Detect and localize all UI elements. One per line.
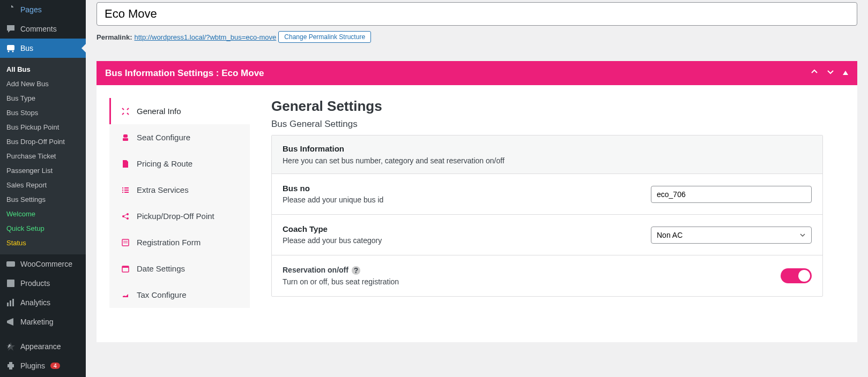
products-icon [5, 278, 16, 289]
tab-pricing[interactable]: Pricing & Route [109, 150, 250, 177]
label: Analytics [20, 298, 50, 307]
submenu-bus-stops[interactable]: Bus Stops [0, 105, 86, 120]
label: Coach Type [283, 224, 651, 233]
card-desc: Here you can set bus number, category an… [283, 156, 812, 165]
content-heading: General Settings [271, 98, 823, 115]
panel-title: Bus Information Settings : Eco Move [105, 68, 264, 79]
panel-header: Bus Information Settings : Eco Move [97, 61, 857, 85]
sidebar-item-analytics[interactable]: Analytics [0, 293, 86, 312]
tab-seat[interactable]: Seat Configure [109, 124, 250, 150]
label: Bus [20, 44, 33, 52]
svg-point-2 [12, 51, 14, 52]
field-reservation: Reservation on/off ? Turn on or off, bus… [272, 255, 822, 296]
sidebar-item-appearance[interactable]: Appearance [0, 337, 86, 356]
panel-actions [810, 67, 849, 79]
svg-rect-11 [124, 187, 129, 188]
sidebar-item-plugins[interactable]: Plugins 4 [0, 356, 86, 375]
tab-date[interactable]: Date Settings [109, 255, 250, 282]
svg-rect-6 [10, 300, 11, 306]
label: Products [20, 279, 50, 288]
panel-body: General Info Seat Configure Pricing & Ro… [97, 85, 857, 342]
form-icon [121, 238, 130, 247]
bus-info-card: Bus Information Here you can set bus num… [271, 135, 823, 297]
change-permalink-button[interactable]: Change Permalink Structure [278, 31, 371, 43]
chevron-down-icon[interactable] [826, 67, 835, 79]
submenu-all-bus[interactable]: All Bus [0, 62, 86, 77]
submenu-status[interactable]: Status [0, 236, 86, 250]
comments-icon [5, 24, 16, 34]
settings-tabs: General Info Seat Configure Pricing & Ro… [109, 98, 250, 329]
triangle-up-icon[interactable] [842, 68, 849, 79]
bus-submenu: All Bus Add New Bus Bus Type Bus Stops B… [0, 58, 86, 254]
submenu-purchase[interactable]: Purchase Ticket [0, 149, 86, 163]
content-subtitle: Bus General Settings [271, 119, 823, 130]
tab-registration[interactable]: Registration Form [109, 229, 250, 255]
bus-icon [5, 43, 16, 54]
tab-general[interactable]: General Info [109, 98, 250, 124]
calendar-icon [121, 265, 130, 273]
sidebar-item-pages[interactable]: Pages [0, 0, 86, 19]
svg-rect-14 [122, 192, 123, 193]
field-bus-no: Bus no Please add your unique bus id [272, 174, 822, 215]
permalink-url[interactable]: http://wordpress1.local/?wbtm_bus=eco-mo… [134, 33, 276, 41]
help-icon[interactable]: ? [352, 266, 360, 275]
sidebar-item-comments[interactable]: Comments [0, 19, 86, 39]
svg-rect-23 [122, 266, 129, 268]
label: Marketing [20, 318, 53, 326]
label: Appearance [20, 342, 61, 351]
svg-rect-20 [123, 241, 128, 242]
submenu-pickup[interactable]: Bus Pickup Point [0, 120, 86, 134]
sidebar-item-marketing[interactable]: Marketing [0, 312, 86, 331]
svg-rect-9 [123, 138, 128, 141]
label: WooCommerce [20, 260, 72, 268]
plugins-badge: 4 [50, 363, 60, 369]
field-label: Reservation on/off ? Turn on or off, bus… [283, 265, 781, 286]
admin-sidebar: Pages Comments Bus All Bus Add New Bus B… [0, 0, 86, 377]
appearance-icon [5, 341, 16, 352]
reservation-toggle[interactable] [781, 268, 812, 283]
field-control [651, 186, 812, 203]
submenu-settings[interactable]: Bus Settings [0, 192, 86, 207]
label: Comments [20, 25, 57, 33]
woocommerce-icon [5, 259, 16, 269]
submenu-quick[interactable]: Quick Setup [0, 221, 86, 236]
tab-label: Date Settings [137, 264, 185, 273]
submenu-passenger[interactable]: Passenger List [0, 163, 86, 178]
permalink-label: Permalink: [97, 33, 132, 41]
permalink-row: Permalink: http://wordpress1.local/?wbtm… [97, 26, 857, 48]
tools-icon [121, 107, 130, 116]
label: Pages [20, 5, 42, 14]
tab-extra[interactable]: Extra Services [109, 177, 250, 203]
card-header: Bus Information Here you can set bus num… [272, 135, 822, 174]
submenu-welcome[interactable]: Welcome [0, 207, 86, 221]
settings-panel: Bus Information Settings : Eco Move Gene… [97, 61, 857, 342]
share-icon [121, 212, 130, 221]
plugins-icon [5, 360, 16, 371]
desc: Please add your unique bus id [283, 195, 383, 204]
sidebar-item-woocommerce[interactable]: WooCommerce [0, 254, 86, 274]
tab-label: Pricing & Route [137, 159, 192, 168]
sidebar-item-products[interactable]: Products [0, 274, 86, 293]
chevron-up-icon[interactable] [810, 67, 819, 79]
submenu-dropoff[interactable]: Bus Drop-Off Point [0, 134, 86, 149]
svg-rect-5 [7, 303, 9, 306]
sidebar-item-bus[interactable]: Bus [0, 39, 86, 58]
coach-type-select[interactable]: Non AC [651, 227, 812, 244]
label: Reservation on/off ? [283, 265, 781, 275]
field-control [781, 268, 812, 283]
field-control: Non AC [651, 227, 812, 244]
post-title-input[interactable] [97, 2, 857, 26]
tab-pickup[interactable]: Pickup/Drop-Off Point [109, 203, 250, 229]
card-title: Bus Information [283, 144, 812, 153]
tab-label: Tax Configure [137, 290, 187, 299]
submenu-add-new[interactable]: Add New Bus [0, 77, 86, 91]
bus-no-input[interactable] [651, 186, 812, 203]
tab-label: Extra Services [137, 185, 189, 194]
desc: Turn on or off, bus seat registration [283, 277, 399, 286]
submenu-bus-type[interactable]: Bus Type [0, 91, 86, 105]
marketing-icon [5, 316, 16, 327]
analytics-icon [5, 297, 16, 308]
tab-tax[interactable]: Tax Configure [109, 282, 250, 308]
main-content: Permalink: http://wordpress1.local/?wbtm… [86, 0, 868, 377]
submenu-sales[interactable]: Sales Report [0, 178, 86, 192]
